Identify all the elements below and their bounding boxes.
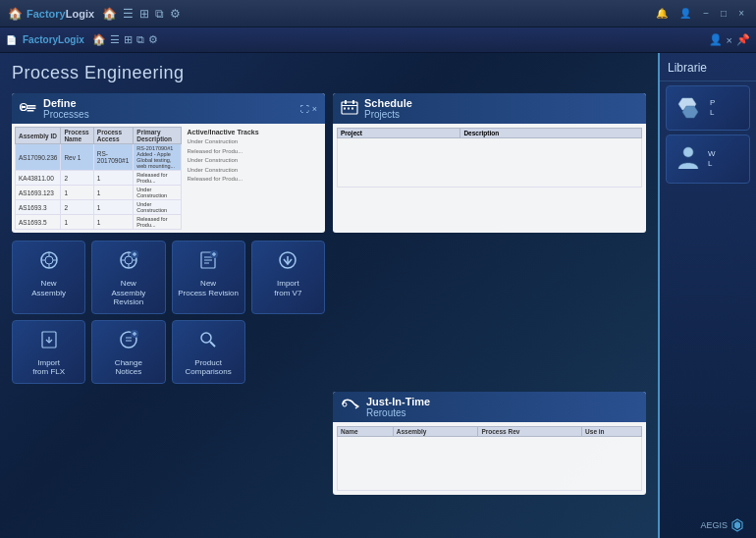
col-process-access: Process Access [93,128,134,144]
action-buttons-grid: NewAssembly [12,241,325,384]
schedule-projects-card: Schedule Projects Project Description [333,93,646,233]
title-bar-icons: 🏠 ☰ ⊞ ⧉ ⚙ [102,7,181,21]
notification-icon[interactable]: 🔔 [652,7,672,20]
table-row [338,436,642,490]
schedule-title: Schedule [364,97,412,109]
page-title: Process Engineering [12,63,646,83]
col-description: Primary Description [134,128,182,144]
worker-lib-text: W L [708,149,716,170]
doc-icon: 📄 [6,35,17,45]
svg-rect-7 [345,100,347,104]
define-processes-card: Define Processes ⛶ × [12,93,325,233]
change-notices-label: ChangeNotices [115,358,142,377]
change-notices-icon [118,329,139,354]
process-lib-text: P L [710,98,715,119]
import-flx-icon [38,329,60,354]
svg-rect-8 [352,100,354,104]
new-assembly-revision-label: NewAssembly Revision [96,279,160,307]
col-use-in: Use in [582,426,642,436]
svg-point-45 [201,333,211,343]
product-comparisons-label: ProductComparisons [186,358,232,377]
table-row[interactable]: AS1693.5 1 1 Released for Produ... [16,215,182,230]
col-assembly-id: Assembly ID [16,128,61,144]
process-lib-label: P [710,98,715,108]
brand-logo-icon [730,518,744,532]
processes-icon [20,100,37,118]
copy-icon[interactable]: ⧉ [155,7,164,21]
worker-library-btn[interactable]: W L [666,134,750,184]
import-flx-label: Importfrom FLX [32,358,65,377]
define-left-table: Assembly ID Process Name Process Access … [15,127,182,230]
product-comparisons-btn[interactable]: ProductComparisons [172,320,245,384]
col-project: Project [338,129,460,138]
track-item: Released for Produ... [187,175,320,185]
settings-icon[interactable]: ⚙ [170,7,181,21]
maximize-btn[interactable]: □ [717,7,730,20]
brand-bar: AEGIS [700,518,744,532]
define-processes-body: Assembly ID Process Name Process Access … [12,124,325,233]
import-flx-btn[interactable]: Importfrom FLX [12,320,85,384]
define-subtitle: Processes [43,109,89,120]
svg-line-46 [210,342,215,347]
table-row[interactable]: AS1693.123 1 1 Under Construction [16,186,182,200]
new-process-revision-icon [197,249,219,275]
user-icon[interactable]: 👤 [675,7,695,20]
grid-icon[interactable]: ⊞ [139,7,149,21]
toolbar-close-icon[interactable]: × [727,34,732,46]
schedule-icon [341,99,358,119]
change-notices-btn[interactable]: ChangeNotices [91,320,165,384]
new-process-revision-label: NewProcess Revision [178,279,239,297]
jit-header: Just-In-Time Reroutes [333,392,646,422]
table-row[interactable]: AS1693.3 2 1 Under Construction [16,200,182,215]
brand-text: AEGIS [700,520,728,530]
left-panel: Process Engineering [0,53,658,538]
svg-rect-10 [344,107,346,109]
title-bar: 🏠 FactoryLogix 🏠 ☰ ⊞ ⧉ ⚙ 🔔 👤 − □ × [0,0,756,27]
svg-point-14 [45,256,53,264]
schedule-subtitle: Projects [364,109,412,120]
toolbar-user-icon[interactable]: 👤 [709,33,723,46]
table-row[interactable]: KA43811.00 2 1 Released for Produ... [16,171,182,186]
new-assembly-revision-icon [118,249,139,275]
worker-lib-sublabel: L [708,159,716,169]
svg-rect-5 [27,110,34,112]
col-process-rev: Process Rev [478,426,582,436]
process-lib-sublabel: L [710,108,715,118]
list-icon[interactable]: ☰ [123,7,134,21]
col-process-name: Process Name [61,128,93,144]
toolbar-right: 👤 × 📌 [709,33,750,46]
svg-point-50 [683,147,693,157]
title-bar-brand: FactoryLogix [27,8,94,20]
right-panel: Librarie P L [658,53,756,538]
svg-rect-3 [27,105,36,107]
toolbar-list-icon[interactable]: ☰ [110,33,120,46]
process-library-btn[interactable]: P L [666,85,750,131]
schedule-title-group: Schedule Projects [364,97,412,120]
define-card-close[interactable]: × [312,104,317,114]
define-card-expand[interactable]: ⛶ [300,104,309,114]
new-process-revision-btn[interactable]: NewProcess Revision [172,241,245,314]
toolbar-copy-icon[interactable]: ⧉ [136,33,144,46]
active-inactive-label: Active/Inactive Tracks [187,129,320,135]
track-items: Under Construction Released for Produ...… [187,137,320,185]
toolbar-pin-icon[interactable]: 📌 [736,33,750,46]
main-content: Process Engineering [0,53,756,538]
toolbar-settings-icon[interactable]: ⚙ [148,33,158,46]
new-assembly-btn[interactable]: NewAssembly [12,241,85,314]
home-toolbar-icon[interactable]: 🏠 [102,7,117,21]
import-v7-btn[interactable]: Importfrom V7 [251,241,325,314]
track-item: Under Construction [187,156,320,166]
minimize-btn[interactable]: − [699,7,713,20]
new-assembly-revision-btn[interactable]: NewAssembly Revision [91,241,165,314]
svg-marker-52 [734,521,740,529]
toolbar-grid-icon[interactable]: ⊞ [124,33,133,46]
close-btn[interactable]: × [734,7,748,20]
table-row[interactable]: AS17090.236 Rev 1 RS-2017090#1 RS-201709… [16,144,182,171]
svg-rect-2 [22,105,24,108]
worker-lib-icon [675,143,702,175]
toolbar-home-icon[interactable]: 🏠 [92,33,106,46]
home-icon: 🏠 [8,7,23,21]
outer-window: 🏠 FactoryLogix 🏠 ☰ ⊞ ⧉ ⚙ 🔔 👤 − □ × 📄 Fac… [0,0,756,538]
table-row [338,138,642,188]
product-comparisons-icon [197,329,219,354]
